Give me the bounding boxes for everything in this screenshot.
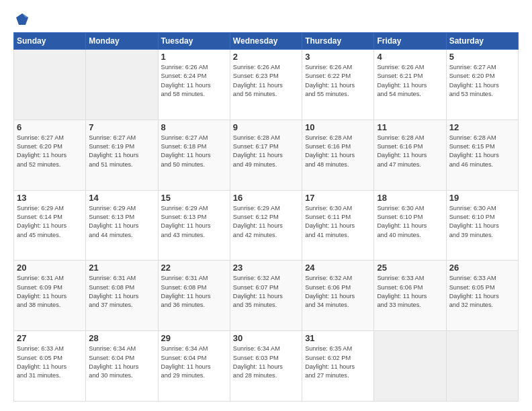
day-info: Sunrise: 6:28 AM Sunset: 6:15 PM Dayligh… <box>449 134 515 169</box>
day-info: Sunrise: 6:30 AM Sunset: 6:10 PM Dayligh… <box>377 204 443 240</box>
day-number: 21 <box>89 263 154 273</box>
calendar-cell: 13Sunrise: 6:29 AM Sunset: 6:14 PM Dayli… <box>14 190 86 261</box>
day-number: 15 <box>161 193 227 203</box>
day-info: Sunrise: 6:29 AM Sunset: 6:12 PM Dayligh… <box>233 204 299 240</box>
day-info: Sunrise: 6:32 AM Sunset: 6:07 PM Dayligh… <box>233 274 299 310</box>
calendar-cell: 23Sunrise: 6:32 AM Sunset: 6:07 PM Dayli… <box>230 261 302 331</box>
day-info: Sunrise: 6:34 AM Sunset: 6:03 PM Dayligh… <box>233 345 299 380</box>
day-info: Sunrise: 6:31 AM Sunset: 6:08 PM Dayligh… <box>161 274 227 310</box>
calendar-cell: 10Sunrise: 6:28 AM Sunset: 6:16 PM Dayli… <box>302 120 374 190</box>
day-of-week-header: Tuesday <box>158 33 230 50</box>
calendar-cell: 21Sunrise: 6:31 AM Sunset: 6:08 PM Dayli… <box>86 261 158 331</box>
logo <box>13 12 30 27</box>
svg-marker-0 <box>16 13 28 25</box>
day-number: 1 <box>161 52 227 62</box>
day-of-week-header: Monday <box>86 33 158 50</box>
day-info: Sunrise: 6:29 AM Sunset: 6:14 PM Dayligh… <box>17 204 83 240</box>
calendar-cell <box>446 331 518 402</box>
day-number: 30 <box>233 333 299 343</box>
day-info: Sunrise: 6:26 AM Sunset: 6:23 PM Dayligh… <box>233 63 299 99</box>
calendar-cell: 22Sunrise: 6:31 AM Sunset: 6:08 PM Dayli… <box>158 261 230 331</box>
calendar-cell: 28Sunrise: 6:34 AM Sunset: 6:04 PM Dayli… <box>86 331 158 402</box>
day-info: Sunrise: 6:27 AM Sunset: 6:18 PM Dayligh… <box>161 134 227 169</box>
page: SundayMondayTuesdayWednesdayThursdayFrid… <box>0 0 532 411</box>
day-of-week-header: Wednesday <box>230 33 302 50</box>
day-number: 5 <box>449 52 515 62</box>
day-info: Sunrise: 6:33 AM Sunset: 6:05 PM Dayligh… <box>17 345 83 380</box>
calendar-cell: 15Sunrise: 6:29 AM Sunset: 6:13 PM Dayli… <box>158 190 230 261</box>
day-number: 6 <box>17 122 83 132</box>
calendar-cell: 9Sunrise: 6:28 AM Sunset: 6:17 PM Daylig… <box>230 120 302 190</box>
calendar-week-row: 1Sunrise: 6:26 AM Sunset: 6:24 PM Daylig… <box>14 50 519 120</box>
day-info: Sunrise: 6:33 AM Sunset: 6:05 PM Dayligh… <box>449 274 515 310</box>
calendar-cell: 17Sunrise: 6:30 AM Sunset: 6:11 PM Dayli… <box>302 190 374 261</box>
day-of-week-header: Thursday <box>302 33 374 50</box>
calendar-week-row: 13Sunrise: 6:29 AM Sunset: 6:14 PM Dayli… <box>14 190 519 261</box>
logo-icon <box>15 12 30 27</box>
day-number: 23 <box>233 263 299 273</box>
day-number: 29 <box>161 333 227 343</box>
calendar-cell: 6Sunrise: 6:27 AM Sunset: 6:20 PM Daylig… <box>14 120 86 190</box>
calendar: SundayMondayTuesdayWednesdayThursdayFrid… <box>13 32 519 402</box>
day-info: Sunrise: 6:28 AM Sunset: 6:16 PM Dayligh… <box>305 134 371 169</box>
day-number: 3 <box>305 52 371 62</box>
day-info: Sunrise: 6:26 AM Sunset: 6:24 PM Dayligh… <box>161 63 227 99</box>
day-number: 22 <box>161 263 227 273</box>
calendar-cell: 3Sunrise: 6:26 AM Sunset: 6:22 PM Daylig… <box>302 50 374 120</box>
day-info: Sunrise: 6:27 AM Sunset: 6:19 PM Dayligh… <box>89 134 154 169</box>
day-number: 14 <box>89 193 154 203</box>
calendar-cell: 20Sunrise: 6:31 AM Sunset: 6:09 PM Dayli… <box>14 261 86 331</box>
day-number: 10 <box>305 122 371 132</box>
day-info: Sunrise: 6:27 AM Sunset: 6:20 PM Dayligh… <box>449 63 515 99</box>
day-number: 20 <box>17 263 83 273</box>
day-info: Sunrise: 6:31 AM Sunset: 6:08 PM Dayligh… <box>89 274 154 310</box>
day-number: 13 <box>17 193 83 203</box>
calendar-cell: 18Sunrise: 6:30 AM Sunset: 6:10 PM Dayli… <box>374 190 446 261</box>
day-number: 18 <box>377 193 443 203</box>
calendar-cell: 1Sunrise: 6:26 AM Sunset: 6:24 PM Daylig… <box>158 50 230 120</box>
calendar-cell: 11Sunrise: 6:28 AM Sunset: 6:16 PM Dayli… <box>374 120 446 190</box>
day-number: 24 <box>305 263 371 273</box>
day-number: 7 <box>89 122 154 132</box>
calendar-cell: 29Sunrise: 6:34 AM Sunset: 6:04 PM Dayli… <box>158 331 230 402</box>
day-number: 8 <box>161 122 227 132</box>
day-info: Sunrise: 6:29 AM Sunset: 6:13 PM Dayligh… <box>161 204 227 240</box>
calendar-cell: 7Sunrise: 6:27 AM Sunset: 6:19 PM Daylig… <box>86 120 158 190</box>
calendar-cell: 30Sunrise: 6:34 AM Sunset: 6:03 PM Dayli… <box>230 331 302 402</box>
day-info: Sunrise: 6:30 AM Sunset: 6:10 PM Dayligh… <box>449 204 515 240</box>
day-number: 27 <box>17 333 83 343</box>
day-info: Sunrise: 6:29 AM Sunset: 6:13 PM Dayligh… <box>89 204 154 240</box>
day-number: 11 <box>377 122 443 132</box>
day-of-week-header: Saturday <box>446 33 518 50</box>
day-number: 25 <box>377 263 443 273</box>
day-info: Sunrise: 6:28 AM Sunset: 6:17 PM Dayligh… <box>233 134 299 169</box>
day-info: Sunrise: 6:32 AM Sunset: 6:06 PM Dayligh… <box>305 274 371 310</box>
calendar-cell: 25Sunrise: 6:33 AM Sunset: 6:06 PM Dayli… <box>374 261 446 331</box>
calendar-cell: 2Sunrise: 6:26 AM Sunset: 6:23 PM Daylig… <box>230 50 302 120</box>
day-info: Sunrise: 6:31 AM Sunset: 6:09 PM Dayligh… <box>17 274 83 310</box>
calendar-cell: 5Sunrise: 6:27 AM Sunset: 6:20 PM Daylig… <box>446 50 518 120</box>
calendar-cell: 27Sunrise: 6:33 AM Sunset: 6:05 PM Dayli… <box>14 331 86 402</box>
day-number: 16 <box>233 193 299 203</box>
calendar-cell: 14Sunrise: 6:29 AM Sunset: 6:13 PM Dayli… <box>86 190 158 261</box>
calendar-week-row: 6Sunrise: 6:27 AM Sunset: 6:20 PM Daylig… <box>14 120 519 190</box>
calendar-cell: 4Sunrise: 6:26 AM Sunset: 6:21 PM Daylig… <box>374 50 446 120</box>
calendar-cell <box>86 50 158 120</box>
day-info: Sunrise: 6:34 AM Sunset: 6:04 PM Dayligh… <box>89 345 154 380</box>
calendar-cell <box>14 50 86 120</box>
day-number: 19 <box>449 193 515 203</box>
day-number: 2 <box>233 52 299 62</box>
calendar-cell: 12Sunrise: 6:28 AM Sunset: 6:15 PM Dayli… <box>446 120 518 190</box>
day-number: 28 <box>89 333 154 343</box>
calendar-cell: 31Sunrise: 6:35 AM Sunset: 6:02 PM Dayli… <box>302 331 374 402</box>
day-info: Sunrise: 6:35 AM Sunset: 6:02 PM Dayligh… <box>305 345 371 380</box>
day-info: Sunrise: 6:33 AM Sunset: 6:06 PM Dayligh… <box>377 274 443 310</box>
calendar-cell: 19Sunrise: 6:30 AM Sunset: 6:10 PM Dayli… <box>446 190 518 261</box>
calendar-week-row: 27Sunrise: 6:33 AM Sunset: 6:05 PM Dayli… <box>14 331 519 402</box>
day-of-week-header: Sunday <box>14 33 86 50</box>
header <box>13 12 519 27</box>
calendar-cell: 16Sunrise: 6:29 AM Sunset: 6:12 PM Dayli… <box>230 190 302 261</box>
day-of-week-header: Friday <box>374 33 446 50</box>
calendar-week-row: 20Sunrise: 6:31 AM Sunset: 6:09 PM Dayli… <box>14 261 519 331</box>
day-info: Sunrise: 6:30 AM Sunset: 6:11 PM Dayligh… <box>305 204 371 240</box>
